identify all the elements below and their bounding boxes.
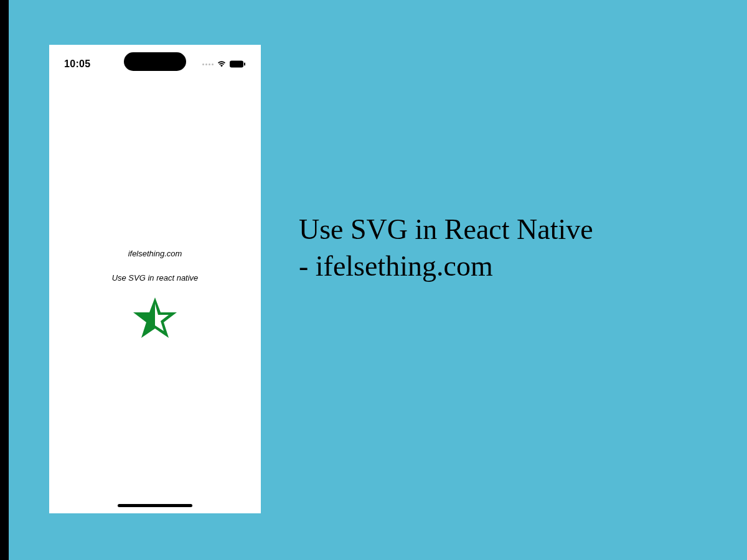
headline: Use SVG in React Native - ifelsething.co… (299, 212, 728, 285)
main-canvas: 10:05 (9, 0, 747, 560)
star-half-icon (132, 296, 178, 342)
site-label: ifelsething.com (128, 249, 182, 258)
home-indicator (118, 504, 192, 507)
battery-icon (230, 60, 246, 68)
wifi-icon (217, 60, 227, 68)
headline-line1: Use SVG in React Native (299, 213, 593, 245)
app-title: Use SVG in react native (112, 273, 199, 282)
svg-rect-1 (244, 63, 245, 66)
phone-content: ifelsething.com Use SVG in react native (49, 76, 261, 513)
status-time: 10:05 (64, 58, 90, 70)
left-black-bar (0, 0, 9, 560)
headline-line2: - ifelsething.com (299, 250, 493, 282)
phone-mockup: 10:05 (49, 45, 261, 513)
notch (124, 52, 186, 71)
status-right (202, 60, 246, 68)
cellular-signal-icon (202, 63, 214, 65)
status-bar: 10:05 (49, 45, 261, 76)
svg-rect-0 (230, 61, 243, 68)
